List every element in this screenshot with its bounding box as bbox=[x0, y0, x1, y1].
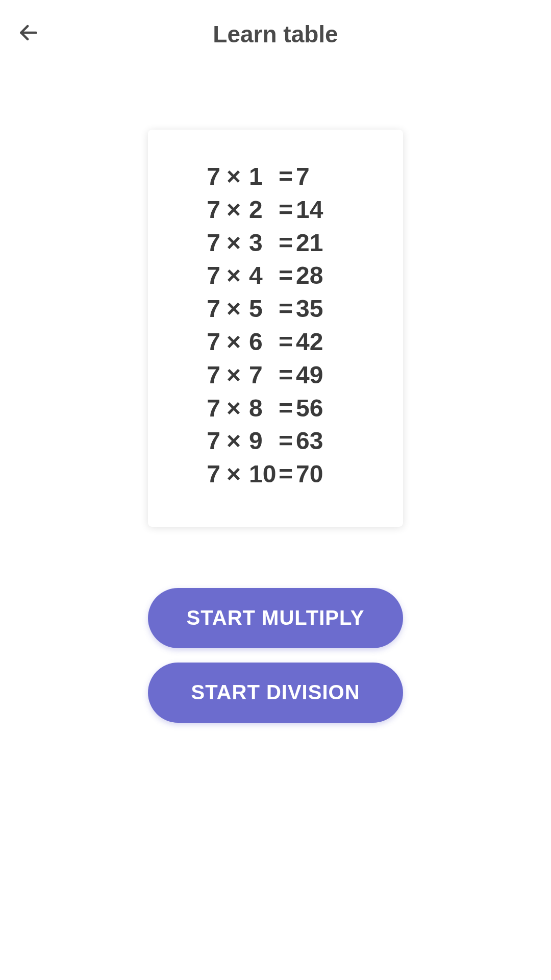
multiplier: 3 bbox=[247, 227, 276, 260]
multiplicand: 7 bbox=[202, 160, 220, 193]
multiplicand: 7 bbox=[202, 458, 220, 491]
table-row: 7 × 2 = 14 bbox=[173, 193, 378, 227]
result: 56 bbox=[296, 392, 323, 425]
action-buttons: START MULTIPLY START DIVISION bbox=[148, 588, 403, 723]
equals-sign: = bbox=[276, 259, 296, 292]
multiplicand: 7 bbox=[202, 392, 220, 425]
page-title: Learn table bbox=[16, 20, 535, 48]
operator: × bbox=[220, 326, 247, 359]
multiplier: 2 bbox=[247, 193, 276, 227]
header: Learn table bbox=[0, 0, 551, 68]
start-division-button[interactable]: START DIVISION bbox=[148, 663, 403, 723]
multiplier: 10 bbox=[247, 458, 276, 491]
multiplicand: 7 bbox=[202, 227, 220, 260]
result: 21 bbox=[296, 227, 323, 260]
table-row: 7 × 5 = 35 bbox=[173, 292, 378, 326]
equals-sign: = bbox=[276, 193, 296, 227]
result: 28 bbox=[296, 259, 323, 292]
equals-sign: = bbox=[276, 292, 296, 326]
result: 63 bbox=[296, 425, 323, 458]
multiplicand: 7 bbox=[202, 425, 220, 458]
table-row: 7 × 3 = 21 bbox=[173, 227, 378, 260]
table-row: 7 × 10 = 70 bbox=[173, 458, 378, 491]
multiplicand: 7 bbox=[202, 326, 220, 359]
result: 35 bbox=[296, 292, 323, 326]
multiplier: 1 bbox=[247, 160, 276, 193]
operator: × bbox=[220, 227, 247, 260]
multiplicand: 7 bbox=[202, 359, 220, 392]
multiplier: 5 bbox=[247, 292, 276, 326]
multiplier: 4 bbox=[247, 259, 276, 292]
operator: × bbox=[220, 160, 247, 193]
equals-sign: = bbox=[276, 160, 296, 193]
result: 70 bbox=[296, 458, 323, 491]
multiplicand: 7 bbox=[202, 292, 220, 326]
operator: × bbox=[220, 193, 247, 227]
result: 49 bbox=[296, 359, 323, 392]
result: 7 bbox=[296, 160, 310, 193]
operator: × bbox=[220, 458, 247, 491]
multiplier: 7 bbox=[247, 359, 276, 392]
equals-sign: = bbox=[276, 359, 296, 392]
table-row: 7 × 9 = 63 bbox=[173, 425, 378, 458]
equals-sign: = bbox=[276, 425, 296, 458]
operator: × bbox=[220, 292, 247, 326]
equals-sign: = bbox=[276, 458, 296, 491]
operator: × bbox=[220, 259, 247, 292]
result: 42 bbox=[296, 326, 323, 359]
operator: × bbox=[220, 359, 247, 392]
back-button[interactable] bbox=[16, 20, 41, 45]
multiplier: 9 bbox=[247, 425, 276, 458]
table-row: 7 × 7 = 49 bbox=[173, 359, 378, 392]
operator: × bbox=[220, 425, 247, 458]
table-row: 7 × 4 = 28 bbox=[173, 259, 378, 292]
result: 14 bbox=[296, 193, 323, 227]
multiplicand: 7 bbox=[202, 193, 220, 227]
start-multiply-button[interactable]: START MULTIPLY bbox=[148, 588, 403, 648]
operator: × bbox=[220, 392, 247, 425]
multiplicand: 7 bbox=[202, 259, 220, 292]
multiplier: 6 bbox=[247, 326, 276, 359]
equals-sign: = bbox=[276, 392, 296, 425]
table-row: 7 × 6 = 42 bbox=[173, 326, 378, 359]
equals-sign: = bbox=[276, 227, 296, 260]
multiplication-table-card: 7 × 1 = 7 7 × 2 = 14 7 × 3 = 21 7 × 4 = … bbox=[148, 130, 403, 527]
table-row: 7 × 1 = 7 bbox=[173, 160, 378, 193]
multiplier: 8 bbox=[247, 392, 276, 425]
table-row: 7 × 8 = 56 bbox=[173, 392, 378, 425]
arrow-left-icon bbox=[17, 21, 40, 44]
equals-sign: = bbox=[276, 326, 296, 359]
